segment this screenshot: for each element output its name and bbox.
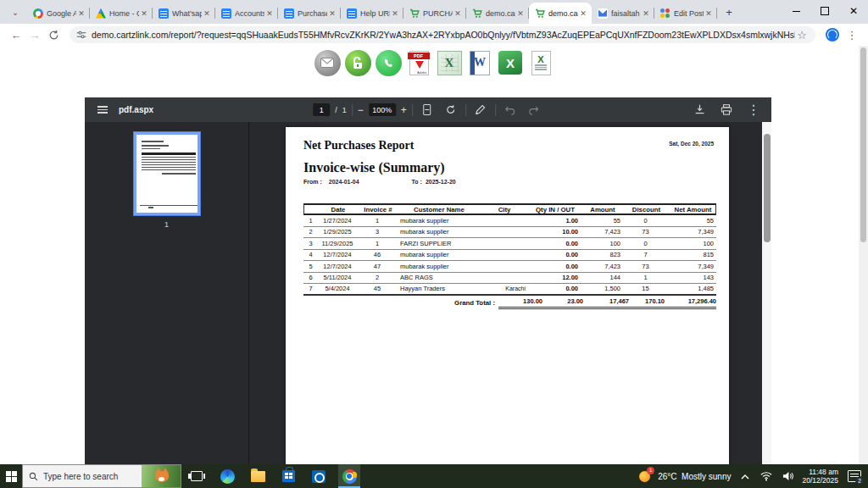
excel-sheet-icon[interactable]: X — [496, 47, 525, 78]
word-icon[interactable]: W — [465, 47, 494, 78]
profile-avatar[interactable] — [826, 28, 839, 42]
reload-icon[interactable] — [44, 25, 63, 44]
tab-close-icon[interactable]: ✕ — [704, 8, 714, 19]
browser-toolbar: ← → demo.cartzlink.com/report/?request=q… — [0, 24, 868, 46]
download-icon[interactable] — [690, 101, 709, 119]
excel-file-icon[interactable]: X — [526, 47, 555, 78]
browser-tab-0[interactable]: Google A✕ — [27, 3, 90, 24]
browser-tab-4[interactable]: Purchase✕ — [278, 3, 341, 24]
annotate-icon[interactable] — [471, 101, 490, 119]
tab-close-icon[interactable]: ✕ — [390, 8, 400, 19]
table-cell: 1/27/2024 — [318, 217, 357, 225]
start-button[interactable] — [0, 464, 22, 488]
url-text[interactable]: demo.cartzlink.com/report/?request=qqSHu… — [92, 30, 795, 40]
pdf-menu-icon[interactable] — [93, 101, 112, 119]
search-highlight-fox-image[interactable] — [142, 465, 181, 488]
tab-search-chevron-icon[interactable]: ⌄ — [5, 3, 25, 21]
tab-strip: ⌄ Google A✕Home - G✕What'sap✕Accounts✕Pu… — [0, 0, 868, 24]
page-scrollbar[interactable] — [859, 46, 868, 464]
table-cell: 10.00 — [528, 228, 581, 236]
tab-close-icon[interactable]: ✕ — [515, 8, 526, 19]
browser-tab-10[interactable]: Edit Post✕ — [654, 3, 717, 24]
pdf-more-icon[interactable]: ⋮ — [744, 101, 763, 119]
new-tab-button[interactable]: + — [721, 3, 737, 20]
browser-tab-9[interactable]: faisaltah✕ — [592, 3, 654, 24]
site-settings-icon[interactable] — [76, 30, 86, 40]
zoom-level[interactable]: 100% — [369, 103, 396, 116]
browser-tab-1[interactable]: Home - G✕ — [90, 3, 153, 24]
page-scroll-thumb[interactable] — [860, 47, 866, 242]
tab-close-icon[interactable]: ✕ — [139, 8, 149, 19]
chrome-app-button[interactable] — [338, 464, 360, 488]
table-cell: mubarak supplier — [398, 263, 479, 270]
email-icon[interactable] — [313, 47, 342, 78]
grand-total-value: 23.00 — [542, 297, 583, 305]
browser-tab-5[interactable]: Help URL✕ — [341, 3, 403, 24]
weather-widget[interactable]: 1 26°C Mostly sunny — [638, 469, 731, 484]
column-header: Date — [319, 206, 358, 214]
taskbar-search-input[interactable]: Type here to search — [22, 464, 181, 488]
column-header: Customer Name — [398, 206, 480, 214]
show-hidden-icons-chevron[interactable] — [738, 469, 752, 483]
taskbar-clock[interactable]: 11:48 am 20/12/2025 — [802, 468, 838, 485]
store-button[interactable] — [277, 464, 299, 488]
table-row-4: 412/7/202446mubarak supplier0.008237815 — [303, 250, 716, 262]
zoom-out-icon[interactable]: − — [358, 104, 364, 116]
close-window-button[interactable]: ✕ — [839, 0, 868, 22]
page-number-input[interactable]: 1 — [313, 103, 330, 116]
pdf-icon[interactable]: PDF Adobe — [404, 47, 433, 78]
tab-close-icon[interactable]: ✕ — [327, 8, 337, 19]
table-cell: 1,500 — [581, 285, 623, 292]
table-row-1: 11/27/20241mubarak supplier1.0055055 — [303, 215, 716, 227]
minimize-button[interactable] — [782, 0, 810, 22]
rotate-icon[interactable] — [442, 101, 460, 119]
table-cell: 5 — [303, 263, 318, 270]
browser-menu-icon[interactable]: ⋮ — [843, 25, 861, 44]
tab-close-icon[interactable]: ✕ — [641, 8, 651, 19]
outlook-button[interactable] — [308, 464, 330, 488]
tab-close-icon[interactable]: ✕ — [578, 8, 588, 19]
table-cell: 73 — [623, 228, 668, 236]
pdf-scrollbar[interactable] — [762, 122, 771, 464]
browser-tab-3[interactable]: Accounts✕ — [215, 3, 278, 24]
table-cell: mubarak supplier — [398, 228, 479, 236]
tab-title: Accounts — [235, 9, 264, 18]
page-thumbnail[interactable]: 1 — [134, 132, 200, 229]
back-icon[interactable]: ← — [7, 25, 25, 44]
undo-icon[interactable] — [501, 101, 520, 119]
redo-icon[interactable] — [525, 101, 543, 119]
edge-app-button[interactable] — [216, 464, 238, 488]
tab-close-icon[interactable]: ✕ — [453, 8, 463, 19]
pdf-scroll-thumb[interactable] — [764, 134, 771, 242]
tab-close-icon[interactable]: ✕ — [264, 8, 275, 19]
maximize-button[interactable] — [810, 0, 839, 22]
task-view-button[interactable] — [186, 464, 208, 488]
cart-favicon — [472, 8, 482, 19]
url-bar[interactable]: demo.cartzlink.com/report/?request=qqSHu… — [70, 26, 815, 43]
zoom-in-icon[interactable]: + — [401, 104, 407, 116]
forward-icon[interactable]: → — [25, 25, 44, 44]
fit-page-icon[interactable] — [418, 101, 437, 119]
pdf-filename: pdf.aspx — [119, 105, 153, 114]
excel-icon[interactable]: X — [435, 47, 464, 78]
browser-tab-6[interactable]: PURCHAS✕ — [403, 3, 466, 24]
tab-close-icon[interactable]: ✕ — [76, 8, 86, 19]
network-icon[interactable] — [760, 469, 773, 483]
table-cell: Karachi — [479, 286, 528, 291]
tab-close-icon[interactable]: ✕ — [202, 8, 212, 19]
table-cell: 47 — [357, 263, 398, 270]
unlock-icon[interactable] — [343, 47, 372, 78]
whatsapp-icon[interactable] — [374, 47, 403, 78]
print-icon[interactable] — [717, 101, 736, 119]
browser-tab-2[interactable]: What'sap✕ — [153, 3, 215, 24]
table-row-7: 75/4/202445Hayyan TradersKarachi0.001,50… — [303, 284, 716, 296]
table-cell: 4 — [303, 251, 318, 258]
bookmark-star-icon[interactable]: ☆ — [795, 25, 809, 44]
file-explorer-button[interactable] — [247, 464, 269, 488]
drive-favicon — [96, 8, 106, 19]
notification-center-button[interactable]: 2 — [848, 469, 861, 483]
browser-tab-8[interactable]: demo.car✕ — [529, 3, 592, 24]
tab-title: Home - G — [109, 9, 139, 18]
volume-icon[interactable] — [781, 469, 794, 483]
browser-tab-7[interactable]: demo.car✕ — [466, 3, 529, 24]
